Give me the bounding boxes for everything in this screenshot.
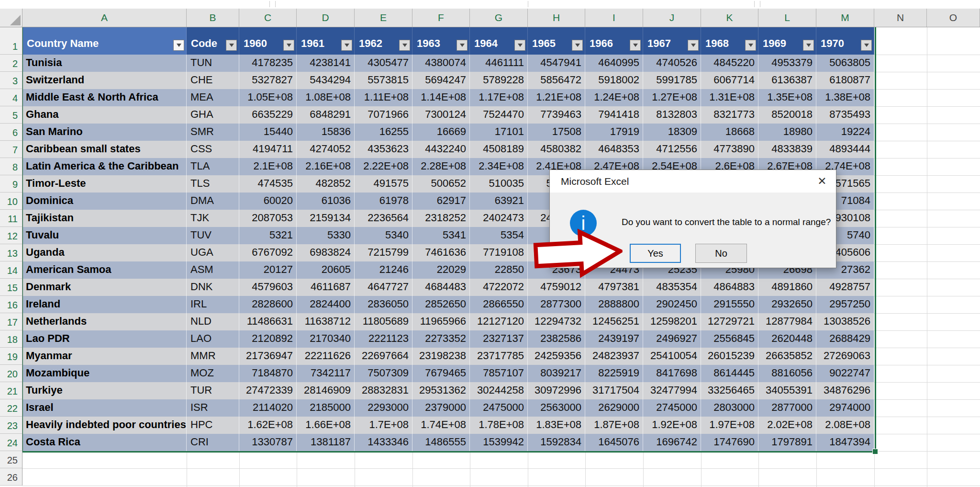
cell-value[interactable]: 1.66E+08 [297, 417, 355, 434]
filter-button[interactable] [457, 40, 468, 51]
cell-value[interactable]: 33256465 [701, 382, 758, 399]
cell-value[interactable]: 4797381 [585, 279, 643, 296]
cell-country[interactable]: Heavily indebted poor countries (HIPC) [22, 417, 187, 434]
cell-value[interactable]: 34876296 [816, 382, 874, 399]
cell-value[interactable]: 4305477 [355, 55, 412, 72]
row-number-20[interactable]: 20 [0, 365, 22, 382]
cell-value[interactable]: 17101 [470, 124, 528, 141]
cell-value[interactable]: 1.97E+08 [701, 417, 758, 434]
cell-country[interactable]: Dominica [22, 193, 187, 210]
column-header-cell[interactable]: 1963 [412, 27, 470, 55]
cell-value[interactable]: 2866550 [470, 296, 528, 313]
cell-value[interactable]: 4274052 [297, 141, 355, 158]
row-number-7[interactable]: 7 [0, 141, 22, 158]
cell-country[interactable]: Middle East & North Africa [22, 89, 187, 106]
cell-value[interactable]: 2318252 [412, 210, 470, 227]
cell-value[interactable]: 5327827 [239, 72, 297, 89]
cell-value[interactable]: 1.08E+08 [297, 89, 355, 106]
cell-value[interactable]: 4684483 [412, 279, 470, 296]
column-letter-K[interactable]: K [701, 9, 758, 27]
cell-code[interactable]: NLD [187, 313, 239, 330]
cell-value[interactable]: 1.78E+08 [470, 417, 528, 434]
cell-value[interactable]: 4580382 [528, 141, 585, 158]
filter-button[interactable] [688, 40, 699, 51]
cell-code[interactable]: ISR [187, 399, 239, 417]
cell-value[interactable]: 1.92E+08 [643, 417, 701, 434]
filter-button[interactable] [341, 40, 352, 51]
row-number-14[interactable]: 14 [0, 261, 22, 279]
row-number-1[interactable]: 1 [0, 27, 22, 55]
cell-value[interactable]: 5434294 [297, 72, 355, 89]
cell-value[interactable]: 5789228 [470, 72, 528, 89]
cell-value[interactable]: 5321 [239, 227, 297, 244]
filter-button[interactable] [226, 40, 237, 51]
cell-value[interactable]: 62917 [412, 193, 470, 210]
cell-value[interactable]: 26015239 [701, 348, 758, 365]
cell-country[interactable]: Latin America & the Caribbean [22, 158, 187, 175]
no-button[interactable]: No [695, 244, 747, 263]
cell-value[interactable]: 2221123 [355, 330, 412, 348]
row-number-18[interactable]: 18 [0, 330, 22, 348]
cell-value[interactable]: 1.35E+08 [758, 89, 816, 106]
cell-value[interactable]: 482852 [297, 175, 355, 193]
cell-value[interactable]: 2382586 [528, 330, 585, 348]
cell-value[interactable]: 12877984 [758, 313, 816, 330]
cell-value[interactable]: 12729721 [701, 313, 758, 330]
cell-value[interactable]: 16669 [412, 124, 470, 141]
cell-value[interactable]: 2974000 [816, 399, 874, 417]
cell-value[interactable]: 1.14E+08 [412, 89, 470, 106]
cell-value[interactable]: 5991785 [643, 72, 701, 89]
cell-value[interactable]: 11486631 [239, 313, 297, 330]
column-letter-N[interactable]: N [874, 9, 927, 27]
cell-value[interactable]: 8816056 [758, 365, 816, 382]
cell-value[interactable]: 7184870 [239, 365, 297, 382]
column-letter-I[interactable]: I [585, 9, 643, 27]
cell-value[interactable]: 30244258 [470, 382, 528, 399]
cell-country[interactable]: Tunisia [22, 55, 187, 72]
cell-code[interactable]: UGA [187, 244, 239, 261]
column-header-cell[interactable]: Code [187, 27, 239, 55]
cell-value[interactable]: 8735493 [816, 106, 874, 124]
filter-button[interactable] [861, 40, 872, 51]
cell-value[interactable]: 2273352 [412, 330, 470, 348]
cell-country[interactable]: Netherlands [22, 313, 187, 330]
cell-value[interactable]: 2475000 [470, 399, 528, 417]
cell-value[interactable]: 1.38E+08 [816, 89, 874, 106]
cell-value[interactable]: 6180877 [816, 72, 874, 89]
cell-value[interactable]: 7342117 [297, 365, 355, 382]
cell-value[interactable]: 4547941 [528, 55, 585, 72]
cell-country[interactable]: Switzerland [22, 72, 187, 89]
cell-value[interactable]: 474535 [239, 175, 297, 193]
column-header-cell[interactable]: 1964 [470, 27, 528, 55]
cell-value[interactable]: 2402473 [470, 210, 528, 227]
cell-value[interactable]: 18668 [701, 124, 758, 141]
cell-value[interactable]: 4773890 [701, 141, 758, 158]
column-letter-B[interactable]: B [187, 9, 239, 27]
cell-value[interactable]: 2236564 [355, 210, 412, 227]
cell-value[interactable]: 6635229 [239, 106, 297, 124]
cell-value[interactable]: 5694247 [412, 72, 470, 89]
cell-value[interactable]: 2803000 [701, 399, 758, 417]
cell-code[interactable]: DMA [187, 193, 239, 210]
cell-value[interactable]: 4835354 [643, 279, 701, 296]
cell-value[interactable]: 4953379 [758, 55, 816, 72]
cell-country[interactable]: Uganda [22, 244, 187, 261]
cell-value[interactable]: 1.7E+08 [355, 417, 412, 434]
column-header-cell[interactable]: 1967 [643, 27, 701, 55]
row-number-9[interactable]: 9 [0, 175, 22, 193]
cell-value[interactable]: 6848291 [297, 106, 355, 124]
cell-value[interactable]: 18980 [758, 124, 816, 141]
column-letter-G[interactable]: G [470, 9, 528, 27]
row-number-2[interactable]: 2 [0, 55, 22, 72]
column-header-cell[interactable]: 1970 [816, 27, 874, 55]
cell-code[interactable]: TUV [187, 227, 239, 244]
cell-value[interactable]: 2902450 [643, 296, 701, 313]
cell-value[interactable]: 1.74E+08 [412, 417, 470, 434]
cell-value[interactable]: 22211626 [297, 348, 355, 365]
cell-value[interactable]: 5341 [412, 227, 470, 244]
cell-value[interactable]: 4640995 [585, 55, 643, 72]
cell-value[interactable]: 15836 [297, 124, 355, 141]
cell-value[interactable]: 2824400 [297, 296, 355, 313]
cell-value[interactable]: 2.02E+08 [758, 417, 816, 434]
cell-value[interactable]: 8225919 [585, 365, 643, 382]
